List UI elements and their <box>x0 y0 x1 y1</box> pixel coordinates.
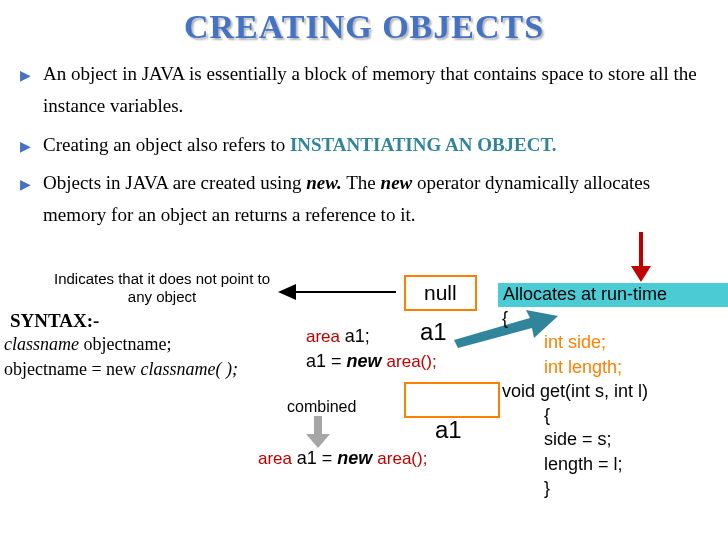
a1-label-top: a1 <box>420 318 447 346</box>
class-body: { int side; int length; void get(int s, … <box>502 306 648 500</box>
bullet-mark-icon: ▶ <box>20 64 31 123</box>
combined-decl: area a1 = new area(); <box>258 448 427 469</box>
bullet-list: ▶An object in JAVA is essentially a bloc… <box>0 58 728 231</box>
allocates-note: Allocates at run-time <box>503 284 667 306</box>
syntax-body: classname objectname; objectname = new c… <box>4 332 238 382</box>
syntax-header: SYNTAX:- <box>10 310 99 332</box>
bullet-3: ▶Objects in JAVA are created using new. … <box>20 167 708 232</box>
arrow-down-red-icon <box>626 232 656 284</box>
combined-label: combined <box>287 398 356 416</box>
object-box <box>404 382 500 418</box>
decl-block: area a1; a1 = new area(); <box>306 324 437 374</box>
bullet-text: Objects in JAVA are created using new. T… <box>43 167 708 232</box>
bullet-1: ▶An object in JAVA is essentially a bloc… <box>20 58 708 123</box>
null-box: null <box>404 275 477 311</box>
page-title: CREATING OBJECTS <box>0 8 728 46</box>
a1-label-bottom: a1 <box>435 416 462 444</box>
bullet-text: An object in JAVA is essentially a block… <box>43 58 708 123</box>
bullet-mark-icon: ▶ <box>20 173 31 232</box>
arrow-left-icon <box>278 282 398 302</box>
arrow-down-gray-icon <box>304 416 332 450</box>
bullet-text: Creating an object also refers to INSTAN… <box>43 129 557 161</box>
no-pointer-note: Indicates that it does not point to any … <box>52 270 272 306</box>
bullet-mark-icon: ▶ <box>20 135 31 161</box>
bullet-2: ▶Creating an object also refers to INSTA… <box>20 129 708 161</box>
